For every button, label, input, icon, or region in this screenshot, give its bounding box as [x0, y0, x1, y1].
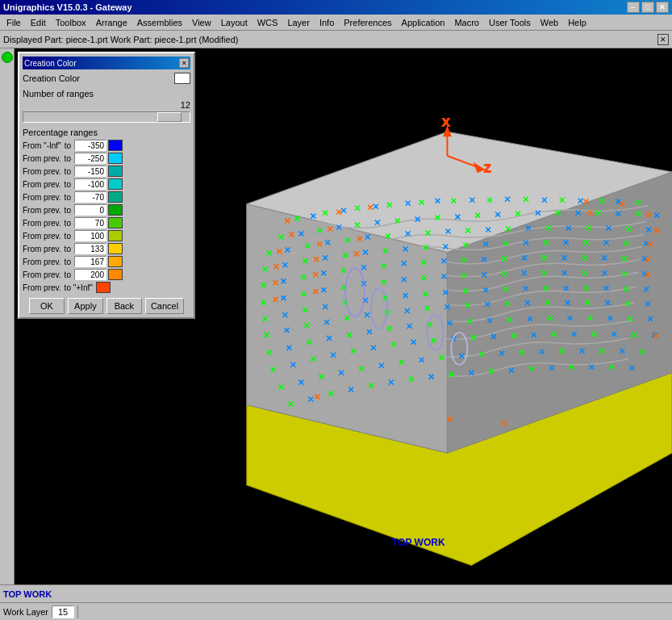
minimize-button[interactable]: − — [627, 2, 640, 13]
menu-arrange[interactable]: Arrange — [91, 16, 132, 29]
range-color-swatch[interactable] — [108, 178, 123, 190]
menu-preferences[interactable]: Preferences — [339, 16, 396, 29]
range-from-text: From prev. — [23, 154, 61, 163]
range-count-display: 12 — [23, 100, 190, 110]
range-from-text: From prev. — [23, 180, 61, 189]
creation-color-row: Creation Color — [23, 73, 190, 84]
range-to-label: to — [65, 154, 71, 163]
range-to-label: to — [65, 258, 71, 266]
range-color-swatch[interactable] — [108, 269, 123, 280]
range-row: From prev. to — [23, 165, 190, 177]
menu-application[interactable]: Application — [397, 16, 450, 29]
range-color-swatch[interactable] — [108, 165, 123, 177]
maximize-button[interactable]: □ — [641, 2, 654, 13]
menu-toolbox[interactable]: Toolbox — [51, 16, 91, 29]
range-row: From prev. to — [23, 217, 190, 228]
range-value-input[interactable] — [74, 140, 106, 151]
work-layer-bar: Work Layer — [0, 602, 672, 620]
menu-macro[interactable]: Macro — [449, 16, 484, 29]
range-value-input[interactable] — [74, 230, 106, 241]
work-layer-label: Work Layer — [3, 607, 48, 617]
work-layer-input[interactable] — [52, 605, 74, 618]
range-value-input[interactable] — [74, 153, 106, 164]
range-color-swatch[interactable] — [108, 243, 123, 254]
creation-color-swatch[interactable] — [174, 73, 190, 84]
range-color-swatch[interactable] — [108, 204, 123, 216]
range-value-input[interactable] — [74, 204, 106, 216]
dialog-title-bar: Creation Color ✕ — [23, 57, 190, 69]
range-value-input[interactable] — [74, 256, 106, 267]
range-to-label: to — [65, 180, 71, 189]
range-color-swatch[interactable] — [108, 217, 123, 228]
range-slider-thumb[interactable] — [157, 112, 182, 122]
num-ranges-label: Number of ranges — [23, 89, 190, 98]
bottom-bar: TOP WORK — [0, 584, 672, 602]
menu-layer[interactable]: Layer — [282, 16, 315, 29]
range-to-label: to — [65, 270, 71, 279]
range-count-value: 12 — [181, 100, 190, 110]
menu-assemblies[interactable]: Assemblies — [132, 16, 187, 29]
displayed-part-info: Displayed Part: piece-1.prt Work Part: p… — [3, 35, 238, 44]
range-from-text: From prev. — [23, 206, 61, 215]
menu-view[interactable]: View — [187, 16, 216, 29]
range-value-input[interactable] — [74, 191, 106, 203]
creation-color-label: Creation Color — [23, 73, 80, 83]
range-row: From "-Inf" to — [23, 140, 190, 151]
app-title: Unigraphics V15.0.3 - Gateway — [3, 2, 132, 12]
range-row: From prev. to — [23, 178, 190, 190]
menu-wcs[interactable]: WCS — [253, 16, 283, 29]
dialog-title: Creation Color — [24, 59, 76, 68]
range-from-text: From prev. — [23, 167, 61, 176]
left-sidebar — [0, 48, 15, 584]
menu-edit[interactable]: Edit — [26, 16, 51, 29]
range-color-swatch[interactable] — [108, 191, 123, 203]
range-row: From prev. to "+Inf" — [23, 282, 190, 293]
range-color-swatch[interactable] — [108, 230, 123, 241]
ok-button[interactable]: OK — [29, 298, 65, 314]
range-from-text: From prev. — [23, 283, 61, 292]
range-color-swatch[interactable] — [108, 140, 123, 151]
menu-layout[interactable]: Layout — [216, 16, 253, 29]
cancel-button[interactable]: Cancel — [145, 298, 184, 314]
menu-bar: File Edit Toolbox Arrange Assemblies Vie… — [0, 15, 672, 31]
menu-info[interactable]: Info — [315, 16, 339, 29]
bottom-bar-text: TOP WORK — [3, 589, 52, 599]
title-bar-buttons: − □ ✕ — [627, 2, 669, 13]
range-from-text: From prev. — [23, 219, 61, 228]
range-color-swatch[interactable] — [96, 282, 111, 293]
menu-file[interactable]: File — [2, 16, 26, 29]
range-from-text: From "-Inf" — [23, 141, 61, 150]
range-to-label: to — [65, 206, 71, 215]
title-bar: Unigraphics V15.0.3 - Gateway − □ ✕ — [0, 0, 672, 15]
range-color-swatch[interactable] — [108, 153, 123, 164]
range-value-input[interactable] — [74, 165, 106, 177]
dialog-close-button[interactable]: ✕ — [179, 58, 189, 68]
range-to-label: to — [65, 141, 71, 150]
range-value-input[interactable] — [74, 243, 106, 254]
viewport-3d[interactable]: X Z TOP WORK — [198, 48, 672, 584]
svg-text:Z: Z — [484, 162, 490, 174]
range-color-swatch[interactable] — [108, 256, 123, 267]
range-from-text: From prev. — [23, 193, 61, 202]
range-row: From prev. to — [23, 256, 190, 267]
range-value-input[interactable] — [74, 178, 106, 190]
range-slider-track[interactable] — [23, 111, 190, 123]
menu-help[interactable]: Help — [563, 16, 591, 29]
range-to-label: to — [65, 245, 71, 253]
back-button[interactable]: Back — [106, 298, 142, 314]
percentage-ranges-label: Percentage ranges — [23, 128, 190, 137]
range-value-input[interactable] — [74, 217, 106, 228]
sub-title-close-button[interactable]: ✕ — [657, 34, 669, 45]
range-from-text: From prev. — [23, 232, 61, 241]
range-to-label: to — [65, 219, 71, 228]
status-indicator — [2, 52, 13, 63]
menu-usertools[interactable]: User Tools — [484, 16, 536, 29]
close-button[interactable]: ✕ — [656, 2, 669, 13]
range-row: From prev. to — [23, 269, 190, 280]
menu-web[interactable]: Web — [536, 16, 563, 29]
apply-button[interactable]: Apply — [68, 298, 103, 314]
range-from-text: From prev. — [23, 270, 61, 279]
range-to-label: to "+Inf" — [65, 283, 93, 292]
range-value-input[interactable] — [74, 269, 106, 280]
range-row: From prev. to — [23, 230, 190, 241]
